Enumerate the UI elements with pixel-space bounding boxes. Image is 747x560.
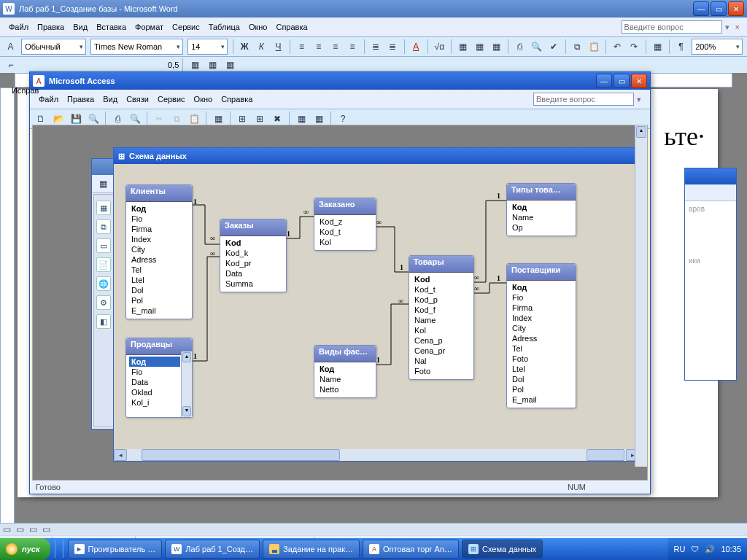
db-pages-icon[interactable]: 🌐 [96, 276, 111, 291]
db-tables-icon[interactable]: ▦ [96, 201, 111, 215]
hscroll-left[interactable]: ◂ [114, 449, 127, 461]
table-sellers-scrollbar[interactable]: ▴ ▾ [181, 351, 192, 417]
field-suppliers-ltel[interactable]: Ltel [510, 364, 573, 374]
table-ordered-title[interactable]: Заказано [314, 198, 376, 215]
word-minimize-button[interactable]: — [693, 1, 709, 16]
ruler-btn3[interactable]: ▦ [222, 57, 238, 73]
field-sellers-fio[interactable]: Fio [129, 367, 180, 377]
show-marks-button[interactable]: ¶ [673, 39, 689, 55]
copy-button[interactable]: ⧉ [570, 39, 585, 55]
style-dropdown-icon[interactable]: A [3, 39, 18, 55]
undo-button[interactable]: ↶ [610, 39, 625, 55]
word-close-button[interactable]: ✕ [728, 1, 744, 16]
fontsize-combo[interactable]: 14 [187, 39, 228, 55]
hscroll-thumb-2[interactable] [587, 449, 624, 461]
ruler-btn1[interactable]: ▦ [187, 57, 203, 73]
access-titlebar[interactable]: A Microsoft Access — ▭ ✕ [30, 72, 650, 90]
font-color-button[interactable]: A [409, 39, 424, 55]
task-word-doc[interactable]: WЛаб раб 1_Созд… [165, 540, 260, 559]
field-orders-data[interactable]: Data [223, 268, 283, 279]
field-suppliers-e_mail[interactable]: E_mail [510, 394, 573, 405]
field-orders-kod[interactable]: Kod [223, 238, 283, 248]
field-goods-kol[interactable]: Kol [412, 325, 471, 335]
field-clients-index[interactable]: Index [129, 234, 189, 244]
field-ordered-kod_z[interactable]: Kod_z [317, 217, 373, 227]
paste-button[interactable]: 📋 [587, 39, 602, 55]
word-help-search-input[interactable] [622, 20, 722, 34]
access-minimize-button[interactable]: — [596, 74, 612, 88]
table-grid-button[interactable]: ▦ [650, 39, 665, 55]
access-maximize-button[interactable]: ▭ [614, 74, 630, 88]
field-sellers-kol_i[interactable]: Kol_i [129, 397, 180, 408]
field-types-op[interactable]: Op [510, 222, 573, 233]
word-menu-service[interactable]: Сервис [172, 23, 200, 31]
word-menu-format[interactable]: Формат [135, 23, 163, 31]
justify-button[interactable]: ≡ [344, 39, 360, 55]
db-reports-icon[interactable]: 📄 [96, 257, 111, 272]
zoom-combo[interactable]: 200% [692, 39, 743, 55]
field-goods-kod_t[interactable]: Kod_t [412, 284, 471, 295]
view-print-button[interactable]: ▭ [26, 524, 39, 535]
table-types-title[interactable]: Типы това… [507, 184, 576, 201]
preview-button[interactable]: 🔍 [529, 39, 544, 55]
field-types-name[interactable]: Name [510, 212, 573, 222]
field-suppliers-adress[interactable]: Adress [510, 333, 573, 343]
tray-clock[interactable]: 10:35 [721, 545, 741, 553]
access-menu-service[interactable]: Сервис [158, 95, 185, 104]
table-button[interactable]: ▦ [455, 39, 471, 55]
field-clients-firma[interactable]: Firma [129, 224, 189, 234]
field-suppliers-fio[interactable]: Fio [510, 292, 573, 303]
field-clients-код[interactable]: Код [129, 203, 189, 214]
table-suppliers-title[interactable]: Поставщики [507, 264, 576, 281]
relationships-titlebar[interactable]: ⊞ Схема данных [114, 148, 639, 164]
field-sellers-oklad[interactable]: Oklad [129, 387, 180, 397]
system-tray[interactable]: RU 🛡 🔊 10:35 [668, 538, 747, 560]
spelling-button[interactable]: ✔ [546, 39, 561, 55]
word-menu-help[interactable]: Справка [276, 23, 307, 31]
field-packing-netto[interactable]: Netto [317, 384, 373, 394]
task-access-db[interactable]: AОптовая торг An… [363, 540, 459, 559]
field-suppliers-dol[interactable]: Dol [510, 374, 573, 384]
table-types[interactable]: Типы това… КодNameOp [506, 183, 576, 236]
field-goods-kod[interactable]: Kod [412, 274, 471, 284]
field-goods-kod_f[interactable]: Kod_f [412, 305, 471, 315]
field-goods-name[interactable]: Name [412, 315, 471, 325]
field-suppliers-pol[interactable]: Pol [510, 384, 573, 394]
relationships-window[interactable]: ⊞ Схема данных [113, 147, 640, 462]
view-web-button[interactable]: ▭ [13, 524, 26, 535]
table-orders-title[interactable]: Заказы [220, 219, 286, 236]
print-button[interactable]: ⎙ [512, 39, 527, 55]
access-menu-window[interactable]: Окно [194, 95, 213, 104]
redo-button[interactable]: ↷ [627, 39, 642, 55]
field-clients-fio[interactable]: Fio [129, 214, 189, 224]
field-sellers-код[interactable]: Код [129, 357, 180, 367]
field-suppliers-index[interactable]: Index [510, 313, 573, 323]
word-menu-file[interactable]: Файл [9, 23, 28, 31]
align-left-button[interactable]: ≡ [294, 39, 309, 55]
field-orders-summa[interactable]: Summa [223, 279, 283, 289]
align-right-button[interactable]: ≡ [328, 39, 343, 55]
field-goods-cena_pr[interactable]: Cena_pr [412, 346, 471, 356]
field-goods-nal[interactable]: Nal [412, 356, 471, 366]
align-center-button[interactable]: ≡ [311, 39, 326, 55]
tab-left-icon[interactable]: ⌐ [3, 57, 19, 73]
access-menu-relations[interactable]: Связи [126, 95, 149, 104]
bold-button[interactable]: Ж [237, 39, 252, 55]
tray-icon2[interactable]: 🔊 [705, 545, 715, 554]
tray-lang[interactable]: RU [674, 545, 686, 553]
word-menu-window[interactable]: Окно [249, 23, 268, 31]
field-suppliers-tel[interactable]: Tel [510, 343, 573, 354]
db-forms-icon[interactable]: ▭ [96, 238, 111, 253]
table-goods[interactable]: Товары KodKod_tKod_pKod_fNameKolCena_pCe… [409, 255, 474, 380]
table-packing[interactable]: Виды фас… КодNameNetto [314, 345, 376, 398]
start-button[interactable]: пуск [0, 538, 50, 560]
numbered-list-button[interactable]: ≣ [368, 39, 384, 55]
word-menu-table[interactable]: Таблица [209, 23, 240, 31]
font-combo[interactable]: Times New Roman [90, 39, 183, 55]
equation-button[interactable]: √α [432, 39, 447, 55]
tray-icon1[interactable]: 🛡 [691, 545, 699, 553]
word-menu-edit[interactable]: Правка [37, 23, 64, 31]
field-goods-cena_p[interactable]: Cena_p [412, 335, 471, 346]
task-folder[interactable]: ▃Задание на прак… [263, 540, 360, 559]
bullet-list-button[interactable]: ≣ [385, 39, 400, 55]
